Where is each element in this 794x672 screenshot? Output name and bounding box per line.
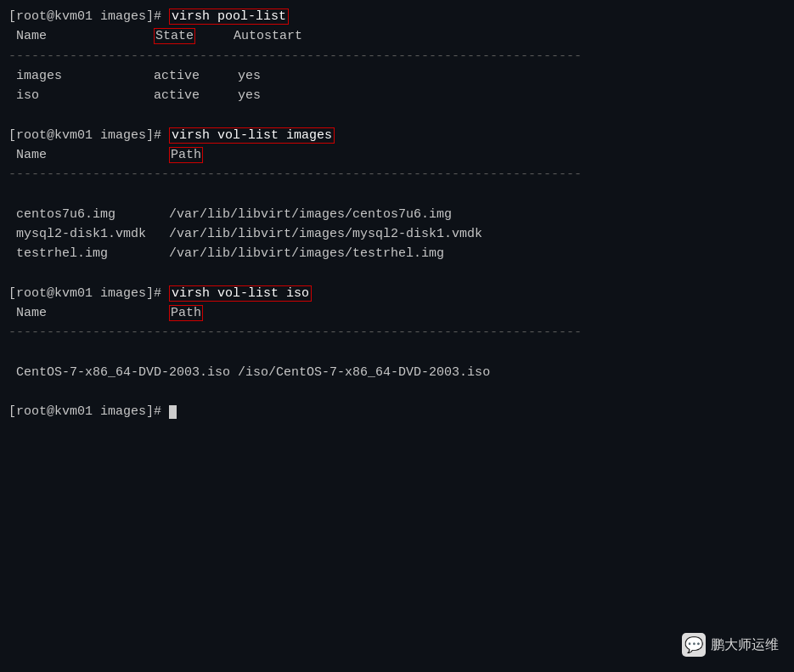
- final-prompt-line: [root@kvm01 images]#: [8, 402, 786, 421]
- watermark: 💬 鹏大师运维: [682, 633, 779, 657]
- col-path-vol: Path: [169, 147, 203, 163]
- col-autostart: Autostart: [234, 29, 302, 43]
- pool-state-iso: active yes: [154, 88, 261, 103]
- separator-2: ----------------------------------------…: [8, 165, 786, 184]
- cursor: [169, 405, 177, 419]
- vol-path-testrhel: /var/lib/libvirt/images/testrhel.img: [169, 246, 444, 261]
- vol-path-mysql: /var/lib/libvirt/images/mysql2-disk1.vmd…: [169, 227, 482, 241]
- prompt-2: [root@kvm01 images]#: [8, 128, 169, 143]
- blank-4: [8, 342, 786, 362]
- watermark-text: 鹏大师运维: [711, 636, 779, 654]
- separator-1: ----------------------------------------…: [8, 47, 786, 66]
- cmd-pool-list: virsh pool-list: [169, 8, 289, 25]
- pool-name-iso: iso: [16, 88, 39, 103]
- iso-name: CentOS-7-x86_64-DVD-2003.iso: [16, 365, 230, 380]
- pool-row-iso: iso active yes: [8, 86, 786, 105]
- command-line-1: [root@kvm01 images]# virsh pool-list: [8, 7, 786, 26]
- blank-5: [8, 382, 786, 402]
- iso-vol-row: CentOS-7-x86_64-DVD-2003.iso /iso/CentOS…: [8, 363, 786, 382]
- blank-1: [8, 105, 786, 125]
- vol-row-centos: centos7u6.img /var/lib/libvirt/images/ce…: [8, 205, 786, 224]
- prompt-1: [root@kvm01 images]#: [8, 9, 169, 24]
- pool-name-images: images: [16, 69, 62, 83]
- vol-list-header: Name Path: [8, 145, 786, 165]
- col-name-iso: Name: [16, 306, 47, 320]
- vol-row-mysql: mysql2-disk1.vmdk /var/lib/libvirt/image…: [8, 224, 786, 244]
- command-line-3: [root@kvm01 images]# virsh vol-list iso: [8, 284, 786, 303]
- iso-path: /iso/CentOS-7-x86_64-DVD-2003.iso: [238, 365, 490, 380]
- prompt-final: [root@kvm01 images]#: [8, 404, 169, 419]
- prompt-3: [root@kvm01 images]#: [8, 286, 169, 301]
- vol-row-testrhel: testrhel.img /var/lib/libvirt/images/tes…: [8, 244, 786, 263]
- cmd-vol-list-iso: virsh vol-list iso: [169, 285, 312, 302]
- blank-2: [8, 184, 786, 204]
- command-line-2: [root@kvm01 images]# virsh vol-list imag…: [8, 126, 786, 145]
- col-state: State: [154, 28, 195, 44]
- pool-state-images: active yes: [154, 69, 261, 83]
- vol-name-testrhel: testrhel.img: [16, 246, 108, 261]
- cmd-vol-list-images: virsh vol-list images: [169, 127, 335, 144]
- col-name: Name: [16, 29, 47, 43]
- col-path-iso: Path: [169, 305, 203, 321]
- wechat-icon: 💬: [682, 633, 706, 657]
- pool-row-images: images active yes: [8, 66, 786, 86]
- separator-3: ----------------------------------------…: [8, 323, 786, 342]
- vol-path-centos: /var/lib/libvirt/images/centos7u6.img: [169, 207, 452, 222]
- pool-list-header: Name State Autostart: [8, 26, 786, 46]
- blank-3: [8, 263, 786, 283]
- col-name-vol: Name: [16, 148, 47, 162]
- iso-vol-header: Name Path: [8, 303, 786, 323]
- terminal-window: [root@kvm01 images]# virsh pool-list Nam…: [0, 0, 794, 672]
- vol-name-mysql: mysql2-disk1.vmdk: [16, 227, 146, 241]
- vol-name-centos: centos7u6.img: [16, 207, 115, 222]
